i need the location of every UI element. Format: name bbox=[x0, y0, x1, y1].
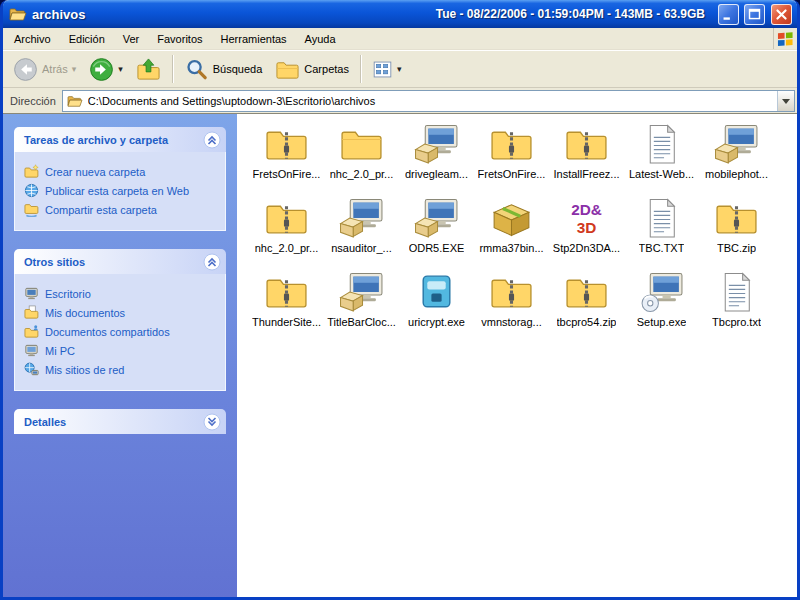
shared-documents-icon bbox=[24, 324, 39, 339]
chevron-up-icon[interactable] bbox=[203, 253, 221, 271]
file-item[interactable]: uricrypt.exe bbox=[399, 270, 474, 344]
file-item[interactable]: FretsOnFire... bbox=[249, 122, 324, 196]
file-name: TBC.zip bbox=[717, 242, 756, 254]
file-item[interactable]: ODR5.EXE bbox=[399, 196, 474, 270]
file-item[interactable]: nhc_2.0_pr... bbox=[324, 122, 399, 196]
explorer-window: archivos Tue - 08/22/2006 - 01:59:04PM -… bbox=[0, 0, 800, 600]
zip-icon bbox=[714, 198, 759, 239]
sidebar-link-share-folder[interactable]: Compartir esta carpeta bbox=[24, 202, 221, 217]
sidebar-panel-title: Tareas de archivo y carpeta bbox=[24, 134, 168, 146]
menu-favoritos[interactable]: Favoritos bbox=[148, 30, 211, 48]
file-item[interactable]: 2D&3DStp2Dn3DA... bbox=[549, 196, 624, 270]
file-item[interactable]: nhc_2.0_pr... bbox=[249, 196, 324, 270]
forward-dropdown-caret[interactable]: ▾ bbox=[118, 65, 123, 74]
file-name: InstallFreez... bbox=[553, 168, 619, 180]
sidebar-link-label: Compartir esta carpeta bbox=[45, 204, 157, 216]
file-name: nhc_2.0_pr... bbox=[255, 242, 319, 254]
sidebar-link-my-documents[interactable]: Mis documentos bbox=[24, 305, 221, 320]
sidebar-link-label: Mis sitios de red bbox=[45, 364, 124, 376]
sidebar-link-new-folder[interactable]: Crear nueva carpeta bbox=[24, 164, 221, 179]
folders-icon bbox=[275, 57, 300, 82]
file-item[interactable]: FretsOnFire... bbox=[474, 122, 549, 196]
menu-ver[interactable]: Ver bbox=[114, 30, 149, 48]
sidebar-link-label: Mi PC bbox=[45, 345, 75, 357]
views-dropdown-caret[interactable]: ▾ bbox=[397, 65, 402, 74]
sidebar-panel-header[interactable]: Tareas de archivo y carpeta bbox=[14, 127, 226, 152]
file-item[interactable]: ThunderSite... bbox=[249, 270, 324, 344]
back-dropdown-caret[interactable]: ▾ bbox=[72, 65, 77, 74]
new-folder-icon bbox=[24, 164, 39, 179]
sidebar-link-desktop[interactable]: Escritorio bbox=[24, 286, 221, 301]
file-name: TitleBarCloc... bbox=[327, 316, 396, 328]
file-name: tbcpro54.zip bbox=[557, 316, 617, 328]
file-item[interactable]: tbcpro54.zip bbox=[549, 270, 624, 344]
file-item[interactable]: nsauditor_... bbox=[324, 196, 399, 270]
folder-icon bbox=[9, 6, 27, 22]
file-item[interactable]: Setup.exe bbox=[624, 270, 699, 344]
file-name: Setup.exe bbox=[637, 316, 687, 328]
svg-text:2D&: 2D& bbox=[571, 201, 602, 218]
file-item[interactable]: InstallFreez... bbox=[549, 122, 624, 196]
file-item[interactable]: TitleBarCloc... bbox=[324, 270, 399, 344]
file-item[interactable]: TBC.zip bbox=[699, 196, 774, 270]
file-item[interactable]: vmnstorag... bbox=[474, 270, 549, 344]
folder-icon bbox=[67, 94, 83, 108]
forward-button[interactable]: ▾ bbox=[83, 54, 129, 85]
setup-disc-icon bbox=[639, 272, 684, 313]
back-label: Atrás bbox=[42, 63, 68, 75]
svg-text:3D: 3D bbox=[577, 219, 597, 236]
address-input[interactable]: C:\Documents and Settings\uptodown-3\Esc… bbox=[62, 90, 795, 112]
sidebar-panel: Otros sitiosEscritorioMis documentosDocu… bbox=[14, 249, 226, 391]
maximize-button[interactable] bbox=[744, 4, 765, 25]
file-item[interactable]: drivegleam... bbox=[399, 122, 474, 196]
sidebar-link-label: Escritorio bbox=[45, 288, 91, 300]
toolbar: Atrás ▾ ▾ Búsqueda Carpetas bbox=[3, 50, 797, 88]
sidebar-link-label: Mis documentos bbox=[45, 307, 125, 319]
my-computer-icon bbox=[24, 343, 39, 358]
text-document-icon bbox=[714, 272, 759, 313]
file-name: Latest-Web... bbox=[629, 168, 694, 180]
file-name: nsauditor_... bbox=[331, 242, 392, 254]
file-item[interactable]: TBC.TXT bbox=[624, 196, 699, 270]
views-button[interactable]: ▾ bbox=[366, 56, 408, 83]
2d3d-icon: 2D&3D bbox=[564, 198, 609, 239]
file-item[interactable]: rmma37bin... bbox=[474, 196, 549, 270]
address-dropdown-button[interactable] bbox=[777, 91, 794, 111]
search-button[interactable]: Búsqueda bbox=[178, 54, 269, 85]
views-icon bbox=[372, 59, 393, 80]
desktop-icon bbox=[24, 286, 39, 301]
chevron-down-icon[interactable] bbox=[203, 413, 221, 431]
sidebar-panel-header[interactable]: Otros sitios bbox=[14, 249, 226, 274]
minimize-button[interactable] bbox=[718, 4, 739, 25]
file-item[interactable]: Tbcpro.txt bbox=[699, 270, 774, 344]
sidebar-link-publish-web[interactable]: Publicar esta carpeta en Web bbox=[24, 183, 221, 198]
up-folder-icon bbox=[136, 57, 161, 82]
search-icon bbox=[184, 57, 209, 82]
sidebar-panel-body: EscritorioMis documentosDocumentos compa… bbox=[14, 274, 226, 391]
package-icon bbox=[489, 198, 534, 239]
chevron-up-icon[interactable] bbox=[203, 131, 221, 149]
sidebar-link-network[interactable]: Mis sitios de red bbox=[24, 362, 221, 377]
sidebar-link-shared-documents[interactable]: Documentos compartidos bbox=[24, 324, 221, 339]
menu-archivo[interactable]: Archivo bbox=[5, 30, 60, 48]
close-button[interactable] bbox=[771, 4, 792, 25]
zip-icon bbox=[564, 272, 609, 313]
up-button[interactable] bbox=[130, 54, 167, 85]
menu-ayuda[interactable]: Ayuda bbox=[296, 30, 345, 48]
sidebar-link-my-computer[interactable]: Mi PC bbox=[24, 343, 221, 358]
file-name: vmnstorag... bbox=[481, 316, 542, 328]
sidebar-panel-header[interactable]: Detalles bbox=[14, 409, 226, 434]
titlebar[interactable]: archivos Tue - 08/22/2006 - 01:59:04PM -… bbox=[3, 0, 797, 28]
menu-herramientas[interactable]: Herramientas bbox=[212, 30, 296, 48]
sidebar-panel-title: Otros sitios bbox=[24, 256, 85, 268]
sidebar-link-label: Publicar esta carpeta en Web bbox=[45, 185, 189, 197]
sidebar-panel: Detalles bbox=[14, 409, 226, 434]
file-item[interactable]: Latest-Web... bbox=[624, 122, 699, 196]
back-icon bbox=[13, 57, 38, 82]
back-button[interactable]: Atrás ▾ bbox=[7, 54, 82, 85]
file-item[interactable]: mobilephot... bbox=[699, 122, 774, 196]
zip-icon bbox=[489, 272, 534, 313]
file-name: nhc_2.0_pr... bbox=[330, 168, 394, 180]
folders-button[interactable]: Carpetas bbox=[269, 54, 355, 85]
menu-edicion[interactable]: Edición bbox=[60, 30, 114, 48]
